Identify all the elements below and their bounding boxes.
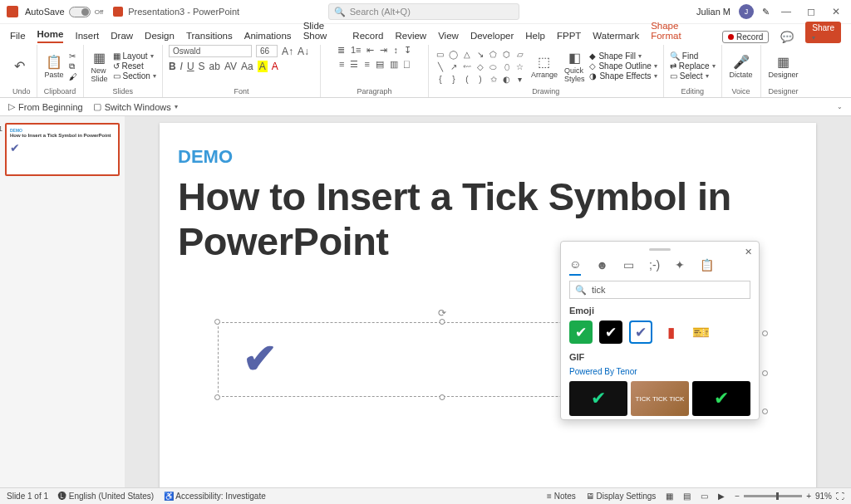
rotate-handle-icon[interactable]: ⟳ [438, 307, 446, 319]
collapse-ribbon-icon[interactable]: ⌄ [837, 103, 843, 110]
layout-button[interactable]: ▦ Layout ▾ [113, 51, 156, 61]
tab-design[interactable]: Design [145, 31, 175, 43]
resize-handle[interactable] [762, 409, 768, 414]
minimize-button[interactable]: — [778, 6, 794, 17]
view-reading-icon[interactable]: ▭ [701, 492, 708, 501]
comment-icon[interactable]: 💬 [780, 31, 794, 43]
picker-tab-kaomoji[interactable]: ;-) [649, 258, 660, 275]
paste-button[interactable]: 📋Paste [43, 54, 66, 79]
tab-transitions[interactable]: Transitions [186, 31, 233, 43]
tab-slideshow[interactable]: Slide Show [303, 21, 342, 43]
arrange-button[interactable]: ⬚Arrange [529, 54, 559, 79]
align-center-button[interactable]: ☰ [350, 59, 358, 70]
record-button[interactable]: Record [722, 31, 769, 43]
shape-outline-button[interactable]: ◇ Shape Outline ▾ [589, 61, 657, 71]
reset-button[interactable]: ↺ Reset [113, 61, 156, 71]
emoji-check-black[interactable]: ✔ [599, 321, 622, 344]
maximize-button[interactable]: ◻ [803, 6, 819, 17]
columns-button[interactable]: ▥ [390, 59, 398, 70]
slide-counter[interactable]: Slide 1 of 1 [7, 492, 48, 501]
zoom-control[interactable]: − + 91% ⛶ [735, 492, 844, 501]
numbering-button[interactable]: 1≡ [351, 45, 362, 56]
cut-button[interactable]: ✂ [69, 51, 77, 61]
format-painter[interactable]: 🖌 [69, 72, 77, 81]
picker-tab-emoji[interactable]: ☻ [596, 258, 608, 275]
gif-result-3[interactable]: ✔ [692, 381, 750, 416]
emoji-check-green[interactable]: ✔ [569, 321, 593, 344]
designer-button[interactable]: ▦Designer [767, 54, 800, 79]
section-button[interactable]: ▭ Section ▾ [113, 71, 156, 81]
replace-button[interactable]: ⇄ Replace ▾ [670, 61, 716, 71]
undo-button[interactable]: ↶ [12, 58, 27, 74]
copy-button[interactable]: ⧉ [69, 61, 77, 71]
slide-thumb-1[interactable]: 1 DEMO How to Insert a Tick Symbol in Po… [5, 123, 120, 176]
bullets-button[interactable]: ≣ [337, 45, 345, 56]
align-left-button[interactable]: ≡ [339, 59, 344, 70]
shapes-gallery[interactable]: ▭◯△↘⬠⬡▱ ╲↗⬳◇⬭⬯☆ {}()✩◐▾ [435, 48, 526, 84]
smartart-button[interactable]: ⎕ [404, 59, 410, 70]
fit-icon[interactable]: ⛶ [836, 492, 844, 501]
find-button[interactable]: 🔍 Find [670, 51, 716, 61]
tab-watermark[interactable]: Watermark [593, 31, 639, 43]
view-normal-icon[interactable]: ▦ [666, 492, 673, 501]
tab-help[interactable]: Help [525, 31, 545, 43]
autosave-toggle[interactable]: AutoSave Off [25, 7, 103, 17]
text-direction-button[interactable]: ↧ [404, 45, 411, 56]
tab-file[interactable]: File [10, 31, 26, 43]
zoom-out-icon[interactable]: − [735, 492, 740, 501]
font-color-button[interactable]: A [272, 61, 278, 72]
tab-draw[interactable]: Draw [111, 31, 133, 43]
picker-tab-recent[interactable]: ☺ [569, 257, 581, 276]
view-sorter-icon[interactable]: ▤ [683, 492, 691, 501]
search-box[interactable]: 🔍 Search (Alt+Q) [328, 3, 519, 20]
emoji-red-box[interactable]: ▮ [659, 321, 682, 344]
picker-tab-gif[interactable]: ▭ [623, 258, 634, 275]
align-right-button[interactable]: ≡ [364, 59, 369, 70]
picker-tab-symbols[interactable]: ✦ [675, 258, 685, 275]
resize-handle[interactable] [440, 319, 445, 325]
thumbnail-pane[interactable]: 1 DEMO How to Insert a Tick Symbol in Po… [0, 116, 125, 487]
select-button[interactable]: ▭ Select ▾ [670, 71, 716, 81]
tab-shape-format[interactable]: Shape Format [651, 21, 699, 43]
emoji-check-blue[interactable]: ✔ [629, 321, 652, 344]
pen-icon[interactable]: ✎ [762, 7, 770, 17]
toggle-icon[interactable] [69, 7, 91, 17]
switch-windows-button[interactable]: ▢ Switch Windows ▾ [93, 101, 178, 112]
zoom-slider[interactable] [744, 495, 802, 497]
language-status[interactable]: 🅛 English (United States) [58, 492, 154, 501]
view-slideshow-icon[interactable]: ▶ [718, 492, 725, 501]
shape-effects-button[interactable]: ◑ Shape Effects ▾ [589, 71, 657, 81]
emoji-ticket[interactable]: 🎫 [689, 321, 712, 344]
justify-button[interactable]: ▤ [376, 59, 384, 70]
font-name-input[interactable]: Oswald [169, 45, 252, 57]
shape-fill-button[interactable]: ◆ Shape Fill ▾ [589, 51, 657, 61]
highlight-button[interactable]: A [258, 61, 268, 72]
tab-insert[interactable]: Insert [75, 31, 99, 43]
decrease-font-icon[interactable]: A↓ [298, 46, 309, 57]
avatar[interactable]: J [739, 4, 754, 19]
indent-left-button[interactable]: ⇤ [366, 45, 374, 56]
tab-animations[interactable]: Animations [244, 31, 292, 43]
tab-record[interactable]: Record [352, 31, 383, 43]
picker-close-button[interactable]: ✕ [745, 247, 752, 257]
new-slide-button[interactable]: ▦New Slide [90, 50, 110, 83]
increase-font-icon[interactable]: A↑ [282, 46, 293, 57]
underline-button[interactable]: U [187, 61, 194, 72]
resize-handle[interactable] [214, 394, 220, 400]
font-size-input[interactable]: 66 [256, 45, 278, 57]
resize-handle[interactable] [762, 330, 768, 336]
close-button[interactable]: ✕ [828, 6, 844, 17]
italic-button[interactable]: I [180, 61, 183, 72]
indent-right-button[interactable]: ⇥ [380, 45, 387, 56]
display-settings-button[interactable]: 🖥 Display Settings [586, 492, 656, 501]
picker-tab-clipboard[interactable]: 📋 [700, 258, 714, 275]
tab-fppt[interactable]: FPPT [557, 31, 581, 43]
picker-grip[interactable] [649, 248, 671, 251]
resize-handle[interactable] [214, 319, 220, 325]
dictate-button[interactable]: 🎤Dictate [728, 54, 755, 79]
shadow-button[interactable]: ab [209, 61, 220, 72]
picker-search-input[interactable]: 🔍 tick [569, 281, 750, 299]
accessibility-status[interactable]: ♿ Accessibility: Investigate [164, 492, 266, 501]
bold-button[interactable]: B [169, 61, 176, 72]
quick-styles-button[interactable]: ◧Quick Styles [563, 50, 587, 83]
